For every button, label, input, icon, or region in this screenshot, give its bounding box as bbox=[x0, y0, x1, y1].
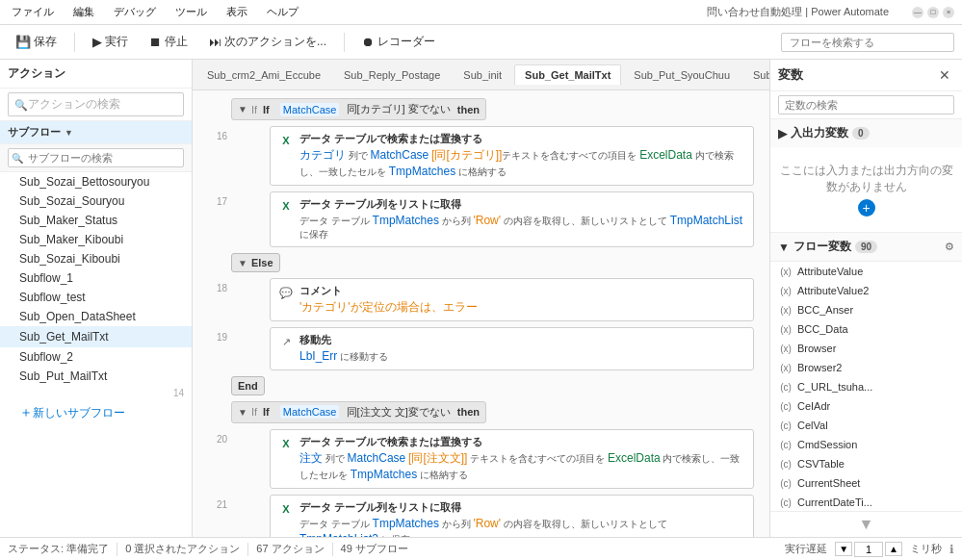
subflow-item-1[interactable]: Sub_Sozai_Souryou bbox=[0, 191, 192, 211]
io-count-badge: 0 bbox=[852, 127, 870, 140]
var-item-10[interactable]: (c) CSVTable bbox=[770, 454, 962, 473]
subflow-item-9[interactable]: Subflow_2 bbox=[0, 347, 192, 367]
subflow-search-input[interactable] bbox=[8, 148, 184, 167]
subflow-item-3[interactable]: Sub_Maker_Kiboubi bbox=[0, 230, 192, 249]
action-block-20[interactable]: X データ テーブルで検索または置換する 注文 列で MatchCase [同[… bbox=[270, 429, 754, 489]
end-block-1: End bbox=[208, 376, 754, 397]
if-header-2[interactable]: ▼ If If MatchCase 同[注文文 文]変でない then bbox=[231, 401, 486, 423]
else-header[interactable]: ▼ Else bbox=[231, 253, 280, 272]
var-icon-11: (c) bbox=[778, 478, 793, 489]
excel-icon-16: X bbox=[278, 133, 294, 148]
tab-sub-get-mailtxt[interactable]: Sub_Get_MailTxt bbox=[514, 64, 621, 85]
excel-icon-20: X bbox=[278, 436, 294, 451]
run-delay-label: 実行遅延 bbox=[785, 542, 827, 556]
line-num-21: 21 bbox=[208, 495, 227, 510]
menu-item-edit[interactable]: 編集 bbox=[69, 3, 98, 21]
subflow-item-10[interactable]: Sub_Put_MailTxt bbox=[0, 367, 192, 386]
action-block-18[interactable]: 💬 コメント 'カテゴリ'が定位の場合は、エラー bbox=[270, 278, 754, 321]
next-action-button[interactable]: ⏭ 次のアクションを... bbox=[201, 30, 334, 54]
subflow-item-5[interactable]: Subflow_1 bbox=[0, 268, 192, 288]
var-icon-9: (c) bbox=[778, 440, 793, 450]
flow-section-expand: ▼ bbox=[778, 241, 790, 254]
action-block-16[interactable]: X データ テーブルで検索または置換する カテゴリ 列で MatchCase [… bbox=[270, 126, 754, 186]
action-block-17[interactable]: X データ テーブル列をリストに取得 データ テーブル TmpMatches か… bbox=[270, 191, 754, 248]
action-block-19[interactable]: ↗ 移動先 LbI_Err に移動する bbox=[270, 327, 754, 370]
var-item-5[interactable]: (x) Browser2 bbox=[770, 358, 962, 377]
subflow-item-8[interactable]: Sub_Get_MailTxt ··· bbox=[0, 326, 192, 347]
var-icon-7: (c) bbox=[778, 401, 793, 412]
action-20: 20 X データ テーブルで検索または置換する 注文 列で MatchCase … bbox=[208, 429, 754, 491]
subflow-item-7[interactable]: Sub_Open_DataSheet bbox=[0, 307, 192, 326]
right-panel: 変数 ✕ ▶ 入出力変数 0 ここには入力または出力方向の変数がありません + bbox=[769, 60, 962, 537]
close-right-panel-button[interactable]: ✕ bbox=[935, 65, 954, 85]
tab-sub-put-syouchuu[interactable]: Sub_Put_SyouChuu bbox=[623, 64, 741, 85]
step-up-button[interactable]: ▲ bbox=[885, 542, 902, 556]
right-panel-header: 変数 ✕ bbox=[770, 60, 962, 91]
action-19: 19 ↗ 移動先 LbI_Err に移動する bbox=[208, 327, 754, 372]
tab-sub-reply-postage[interactable]: Sub_Reply_Postage bbox=[333, 64, 451, 85]
line-num-17: 17 bbox=[208, 191, 227, 207]
var-icon-10: (c) bbox=[778, 459, 793, 470]
var-icon-8: (c) bbox=[778, 420, 793, 431]
menu-item-tools[interactable]: ツール bbox=[171, 3, 211, 21]
collapse-right-panel-icon[interactable]: ▼ bbox=[859, 516, 874, 532]
action-17: 17 X データ テーブル列をリストに取得 データ テーブル TmpMatche… bbox=[208, 191, 754, 250]
var-item-7[interactable]: (c) CeIAdr bbox=[770, 396, 962, 416]
var-icon-2: (x) bbox=[778, 305, 793, 316]
tab-sub-init[interactable]: Sub_init bbox=[453, 64, 512, 85]
maximize-button[interactable]: □ bbox=[927, 7, 939, 18]
menu-item-debug[interactable]: デバッグ bbox=[110, 3, 160, 21]
subflow-item-6[interactable]: Subflow_test bbox=[0, 288, 192, 307]
add-io-var-button[interactable]: + bbox=[858, 199, 875, 216]
io-variables-section: ▶ 入出力変数 0 ここには入力または出力方向の変数がありません + bbox=[770, 119, 962, 233]
canvas-area[interactable]: ▼ If If MatchCase 同[カテゴリ] 変でない then 16 X bbox=[193, 90, 769, 537]
end-header-1[interactable]: End bbox=[231, 376, 265, 395]
var-item-0[interactable]: (x) AttributeValue bbox=[770, 262, 962, 281]
left-panel-title: アクション bbox=[0, 60, 192, 89]
line-num-else bbox=[208, 253, 227, 258]
var-item-12[interactable]: (c) CurrentDateTi... bbox=[770, 493, 962, 511]
move-icon-19: ↗ bbox=[278, 334, 294, 349]
var-item-6[interactable]: (c) C_URL_tsuha... bbox=[770, 377, 962, 396]
variable-search-input[interactable] bbox=[778, 95, 954, 115]
var-item-11[interactable]: (c) CurrentSheet bbox=[770, 473, 962, 493]
subflow-dropdown-arrow[interactable]: ▼ bbox=[65, 128, 73, 138]
new-subflow-button[interactable]: ＋ 新しいサブフロー bbox=[0, 400, 192, 425]
io-section-header[interactable]: ▶ 入出力変数 0 bbox=[770, 119, 962, 147]
menu-item-help[interactable]: ヘルプ bbox=[263, 3, 302, 21]
total-subflows-count: 49 サブフロー bbox=[341, 542, 408, 556]
stop-button[interactable]: ⏹ 停止 bbox=[142, 30, 195, 54]
flow-section-header[interactable]: ▼ フロー変数 90 ⚙ bbox=[770, 233, 962, 261]
minimize-button[interactable]: — bbox=[912, 7, 923, 18]
subflow-item-0[interactable]: Sub_Sozai_Bettosouryou bbox=[0, 172, 192, 191]
action-block-21[interactable]: X データ テーブル列をリストに取得 データ テーブル TmpMatches か… bbox=[270, 495, 754, 537]
menu-item-file[interactable]: ファイル bbox=[8, 3, 58, 21]
variable-list: (x) AttributeValue (x) AttributeValue2 (… bbox=[770, 262, 962, 511]
var-item-1[interactable]: (x) AttributeValue2 bbox=[770, 281, 962, 300]
var-item-2[interactable]: (x) BCC_Anser bbox=[770, 300, 962, 319]
line-num-16: 16 bbox=[208, 126, 227, 141]
if-header-1[interactable]: ▼ If If MatchCase 同[カテゴリ] 変でない then bbox=[231, 98, 486, 120]
var-item-3[interactable]: (x) BCC_Data bbox=[770, 319, 962, 339]
var-item-4[interactable]: (x) Browser bbox=[770, 339, 962, 358]
filter-icon[interactable]: ⚙ bbox=[945, 241, 954, 253]
recorder-icon: ⏺ bbox=[362, 35, 375, 49]
recorder-button[interactable]: ⏺ レコーダー bbox=[354, 30, 443, 54]
subflow-item-4[interactable]: Sub_Sozai_Kiboubi bbox=[0, 249, 192, 268]
toolbar: 💾 保存 ▶ 実行 ⏹ 停止 ⏭ 次のアクションを... ⏺ レコーダー bbox=[0, 25, 962, 60]
close-button[interactable]: × bbox=[943, 7, 954, 18]
action-list: 🔍 Sub_Sozai_Bettosouryou Sub_Sozai_Soury… bbox=[0, 144, 192, 537]
tab-sub-crm2[interactable]: Sub_crm2_Ami_Eccube bbox=[196, 64, 331, 85]
var-item-8[interactable]: (c) CelVal bbox=[770, 416, 962, 435]
toolbar-sep-1 bbox=[74, 33, 75, 52]
save-button[interactable]: 💾 保存 bbox=[8, 30, 65, 54]
run-delay-input[interactable] bbox=[854, 542, 883, 557]
subflow-item-2[interactable]: Sub_Maker_Status bbox=[0, 211, 192, 230]
menu-item-view[interactable]: 表示 bbox=[222, 3, 251, 21]
var-item-9[interactable]: (c) CmdSession bbox=[770, 435, 962, 454]
run-button[interactable]: ▶ 実行 bbox=[85, 30, 136, 54]
tab-sub-sozai-souryou[interactable]: Sub_Sozai_Souryou bbox=[742, 64, 769, 85]
step-down-button[interactable]: ▼ bbox=[835, 542, 852, 556]
action-search-input[interactable]: 🔍 アクションの検索 bbox=[8, 92, 184, 116]
flow-search-input[interactable] bbox=[781, 33, 954, 52]
